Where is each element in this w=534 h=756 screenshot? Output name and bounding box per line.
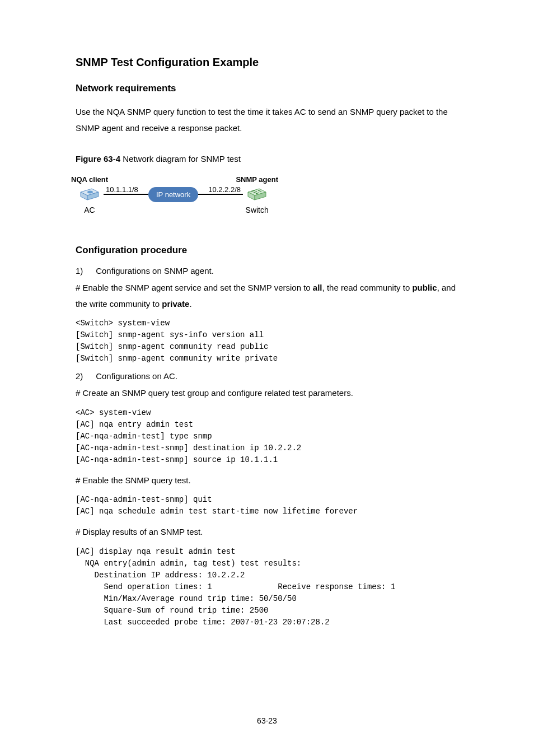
step-4-description: # Display results of an SNMP test.	[76, 524, 467, 540]
code-block-2-line-4: [AC-nqa-admin-test-snmp] source ip 10.1.…	[76, 454, 467, 466]
network-diagram: NQA client 10.1.1.1/8 AC IP network SNMP…	[76, 169, 467, 220]
code-block-1-line-1: [Switch] snmp-agent sys-info version all	[76, 329, 467, 341]
code-block-1-line-2: [Switch] snmp-agent community read publi…	[76, 341, 467, 353]
step-1-description: # Enable the SNMP agent service and set …	[76, 280, 467, 312]
code-block-3-line-1: [AC] nqa schedule admin test start-time …	[76, 506, 467, 517]
code-block-4-line-3: Send operation times: 1 Receive response…	[76, 581, 467, 593]
step-1-text: Configurations on SNMP agent.	[96, 266, 214, 276]
code-block-1-line-0: <Switch> system-view	[76, 318, 467, 329]
step-1-marker: 1)	[76, 266, 93, 276]
snmp-agent-label: SNMP agent	[236, 175, 278, 184]
network-requirements-body: Use the NQA SNMP query function to test …	[76, 104, 467, 136]
connector-line-left	[104, 194, 148, 195]
code-block-1-line-3: [Switch] snmp-agent community write priv…	[76, 353, 467, 365]
step-2-description: # Create an SNMP query test group and co…	[76, 385, 467, 402]
network-requirements-heading: Network requirements	[76, 83, 467, 94]
figure-label: Figure 63-4	[76, 154, 120, 164]
code-block-4-line-0: [AC] display nqa result admin test	[76, 546, 467, 558]
code-block-2-line-2: [AC-nqa-admin-test] type snmp	[76, 431, 467, 442]
ac-label: AC	[84, 206, 95, 214]
connector-line-right	[198, 194, 243, 195]
right-ip-label: 10.2.2.2/8	[208, 185, 241, 194]
figure-caption-text: Network diagram for SNMP test	[123, 154, 241, 164]
code-block-4-line-6: Last succeeded probe time: 2007-01-23 20…	[76, 617, 467, 628]
switch-label: Switch	[246, 206, 269, 214]
switch-device-icon	[246, 186, 268, 202]
ac-device-icon	[78, 186, 101, 202]
nqa-client-label: NQA client	[71, 175, 108, 184]
code-block-4-line-2: Destination IP address: 10.2.2.2	[76, 570, 467, 581]
svg-point-3	[87, 191, 93, 194]
step-2: 2) Configurations on AC.	[76, 371, 467, 381]
step-2-marker: 2)	[76, 371, 93, 381]
figure-caption: Figure 63-4 Network diagram for SNMP tes…	[76, 154, 467, 164]
left-ip-label: 10.1.1.1/8	[106, 185, 138, 194]
code-block-2-line-1: [AC] nqa entry admin test	[76, 419, 467, 431]
code-block-2-line-3: [AC-nqa-admin-test-snmp] destination ip …	[76, 442, 467, 454]
code-block-2-line-0: <AC> system-view	[76, 407, 467, 419]
code-block-3-line-0: [AC-nqa-admin-test-snmp] quit	[76, 494, 467, 506]
ip-network-cloud: IP network	[148, 187, 198, 202]
section-title: SNMP Test Configuration Example	[76, 56, 467, 69]
code-block-4-line-4: Min/Max/Average round trip time: 50/50/5…	[76, 593, 467, 605]
step-2-text: Configurations on AC.	[96, 371, 177, 381]
page-number: 63-23	[0, 716, 534, 725]
code-block-4-line-5: Square-Sum of round trip time: 2500	[76, 605, 467, 617]
code-block-4-line-1: NQA entry(admin admin, tag test) test re…	[76, 558, 467, 570]
config-procedure-heading: Configuration procedure	[76, 245, 467, 256]
step-1: 1) Configurations on SNMP agent.	[76, 266, 467, 276]
step-3-description: # Enable the SNMP query test.	[76, 473, 467, 489]
